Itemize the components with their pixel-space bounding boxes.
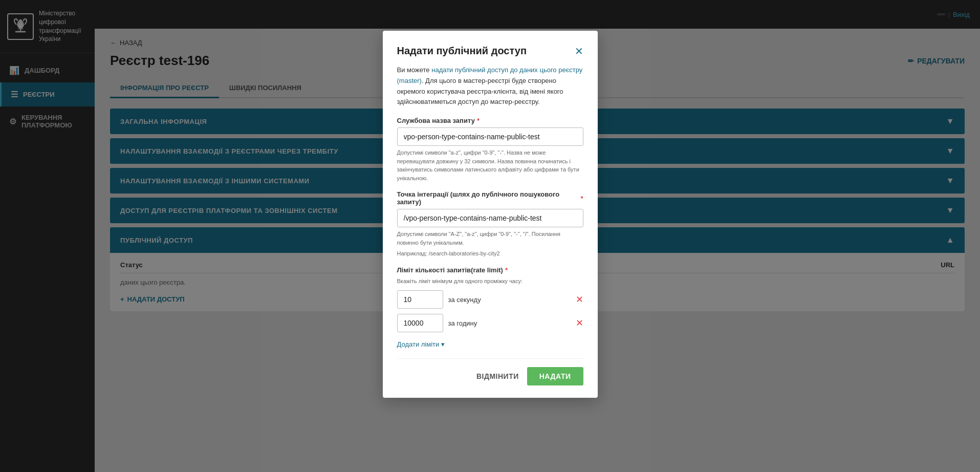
service-name-label: Службова назва запиту * (397, 117, 583, 124)
modal-title: Надати публічний доступ (397, 45, 527, 57)
required-indicator: * (580, 195, 583, 202)
rate-limit-per-second-label: за секунду (448, 296, 571, 304)
required-indicator: * (505, 266, 508, 274)
modal-description: Ви можете надати публічний доступ до дан… (397, 65, 583, 108)
chevron-down-icon: ▾ (441, 340, 445, 348)
rate-limit-per-hour-label: за годину (448, 319, 571, 327)
rate-limit-label: Ліміт кількості запитів(rate limit) * (397, 266, 583, 274)
rate-limit-per-hour-input[interactable] (397, 314, 443, 332)
endpoint-hint1: Допустимі символи "A-Z", "a-z", цифри "0… (397, 230, 583, 247)
modal-dialog: Надати публічний доступ ✕ Ви можете нада… (383, 31, 598, 398)
rate-limit-per-second-input[interactable] (397, 290, 443, 309)
service-name-input[interactable] (397, 127, 583, 146)
service-name-field: Службова назва запиту * Допустимі символ… (397, 117, 583, 182)
endpoint-input[interactable] (397, 209, 583, 227)
required-indicator: * (477, 117, 480, 124)
rate-limit-note: Вкажіть ліміт мінімум для одного проміжк… (397, 277, 583, 286)
modal-overlay[interactable]: Надати публічний доступ ✕ Ви можете нада… (0, 0, 980, 472)
rate-limit-delete-second-button[interactable]: ✕ (576, 294, 583, 305)
add-limits-button[interactable]: Додати ліміти ▾ (397, 340, 583, 348)
modal-footer: ВІДМІНИТИ НАДАТИ (397, 358, 583, 385)
endpoint-hint2: Наприклад: /search-laboratories-by-city2 (397, 249, 583, 258)
rate-limit-delete-hour-button[interactable]: ✕ (576, 317, 583, 329)
endpoint-label: Точка інтеграції (шлях до публічного пош… (397, 190, 583, 206)
cancel-button[interactable]: ВІДМІНИТИ (476, 372, 519, 380)
rate-limit-row-second: за секунду ✕ (397, 290, 583, 309)
rate-limit-field: Ліміт кількості запитів(rate limit) * Вк… (397, 266, 583, 333)
submit-button[interactable]: НАДАТИ (527, 367, 583, 385)
rate-limit-row-hour: за годину ✕ (397, 314, 583, 332)
modal-close-button[interactable]: ✕ (575, 46, 583, 56)
modal-header: Надати публічний доступ ✕ (397, 45, 583, 57)
endpoint-field: Точка інтеграції (шлях до публічного пош… (397, 190, 583, 258)
service-name-hint: Допустимі символи "а-z", цифри "0-9", "-… (397, 148, 583, 182)
